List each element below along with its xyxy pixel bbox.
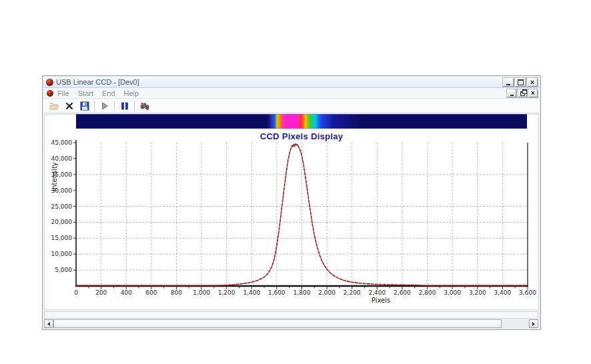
svg-text:600: 600: [145, 289, 157, 296]
horizontal-scrollbar[interactable]: [44, 319, 538, 328]
svg-text:3,400: 3,400: [494, 289, 512, 296]
toolbar-separator: [114, 101, 115, 111]
svg-text:Pixels: Pixels: [372, 297, 390, 304]
maximize-button[interactable]: [515, 78, 526, 87]
scroll-left-button[interactable]: [44, 319, 53, 328]
open-file-button[interactable]: [47, 99, 61, 112]
toolbar-separator: [94, 101, 95, 111]
svg-text:5,000: 5,000: [55, 267, 72, 273]
scrollbar-track[interactable]: [502, 319, 529, 328]
svg-text:3,000: 3,000: [444, 289, 461, 296]
svg-text:0: 0: [74, 289, 78, 296]
svg-text:800: 800: [171, 289, 182, 296]
menu-file[interactable]: File: [57, 89, 69, 97]
mdi-restore-button[interactable]: [518, 89, 527, 97]
svg-text:1,200: 1,200: [218, 289, 235, 296]
scroll-right-button[interactable]: [529, 319, 538, 328]
document-icon: [47, 90, 53, 97]
svg-text:1,800: 1,800: [293, 289, 311, 296]
toolbar: [43, 99, 540, 113]
svg-text:Intensity: Intensity: [51, 162, 58, 191]
maximize-icon: [518, 79, 524, 85]
svg-text:25,000: 25,000: [51, 203, 73, 210]
arrow-left-icon: [45, 322, 50, 326]
delete-button[interactable]: [62, 99, 76, 112]
ccd-pixels-chart: 02004006008001,0001,2001,4001,6001,8002,…: [47, 138, 538, 306]
app-window: USB Linear CCD - [Dev0] × File Start End…: [42, 75, 541, 330]
toolbar-separator: [134, 101, 135, 111]
arrow-right-icon: [532, 322, 537, 326]
binoculars-icon: [139, 101, 150, 111]
menu-bar: File Start End Help ×: [43, 88, 540, 99]
svg-text:2,600: 2,600: [394, 289, 411, 296]
play-icon: [99, 101, 110, 111]
minimize-icon: [506, 84, 510, 85]
save-button[interactable]: [77, 99, 91, 112]
svg-text:200: 200: [95, 289, 107, 296]
mdi-minimize-button[interactable]: [507, 89, 516, 97]
restore-icon: [520, 91, 525, 96]
mdi-window-controls: ×: [507, 89, 538, 97]
svg-text:2,800: 2,800: [419, 289, 436, 296]
minimize-icon: [510, 95, 514, 96]
svg-text:2,000: 2,000: [318, 289, 336, 296]
window-title: USB Linear CCD - [Dev0]: [56, 78, 503, 86]
ccd-spectrum-strip: [76, 114, 527, 129]
menu-end[interactable]: End: [102, 89, 115, 97]
device-search-button[interactable]: [137, 99, 151, 112]
save-floppy-icon: [79, 101, 90, 111]
svg-text:40,000: 40,000: [51, 155, 73, 162]
svg-text:3,200: 3,200: [469, 289, 486, 296]
svg-text:1,600: 1,600: [268, 289, 285, 296]
svg-text:10,000: 10,000: [51, 251, 73, 257]
minimize-button[interactable]: [503, 78, 514, 87]
status-strip: [44, 311, 538, 319]
svg-text:2,200: 2,200: [344, 289, 361, 296]
svg-text:20,000: 20,000: [51, 219, 73, 225]
pause-acquisition-button[interactable]: [117, 99, 131, 112]
mdi-close-button[interactable]: ×: [528, 89, 538, 97]
title-bar[interactable]: USB Linear CCD - [Dev0] ×: [43, 77, 540, 88]
delete-x-icon: [64, 101, 75, 111]
window-controls: ×: [503, 78, 538, 87]
svg-text:15,000: 15,000: [51, 235, 73, 241]
svg-text:2,400: 2,400: [368, 289, 386, 296]
svg-text:1,000: 1,000: [193, 289, 210, 296]
start-acquisition-button[interactable]: [97, 99, 111, 112]
close-button[interactable]: ×: [527, 78, 538, 87]
app-icon: [46, 79, 53, 86]
open-folder-icon: [49, 101, 59, 111]
svg-text:1,400: 1,400: [243, 289, 260, 296]
pause-icon: [119, 101, 130, 111]
svg-text:45,000: 45,000: [51, 139, 73, 146]
scrollbar-thumb[interactable]: [53, 319, 502, 328]
close-icon: ×: [530, 79, 534, 86]
menu-help[interactable]: Help: [124, 89, 139, 97]
menu-start[interactable]: Start: [78, 89, 93, 97]
svg-text:3,600: 3,600: [519, 289, 536, 296]
close-icon: ×: [531, 89, 535, 97]
svg-text:400: 400: [121, 289, 132, 296]
